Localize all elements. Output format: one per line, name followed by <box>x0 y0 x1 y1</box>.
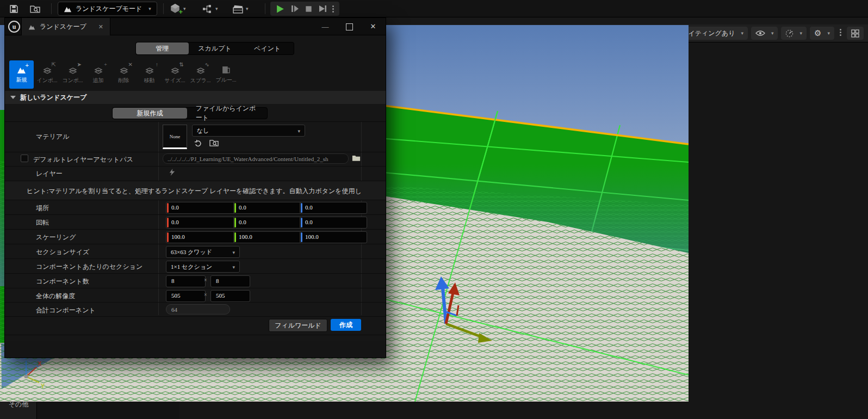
mountain-icon <box>64 5 72 13</box>
save-button[interactable] <box>5 2 22 16</box>
performance-dropdown[interactable] <box>781 27 807 40</box>
auto-fill-bolt-icon[interactable] <box>168 168 176 176</box>
manage-tools-row: + 新規 ⇱ インポ... ➤ コンポ... + 追加 ✕ 削除 ↑ 移動 ⇅ … <box>9 60 238 89</box>
overall-resolution-x-input[interactable]: 505 <box>166 290 206 302</box>
total-components-label: 合計コンポーネント <box>36 306 96 315</box>
minimize-button[interactable]: — <box>317 20 333 33</box>
view-mode-label: ライティングあり <box>681 29 735 38</box>
show-flags-dropdown[interactable] <box>751 27 778 40</box>
tab-paint[interactable]: ペイント <box>241 42 294 54</box>
tab-manage[interactable]: 管理 <box>136 42 189 54</box>
tool-move[interactable]: ↑ 移動 <box>137 60 162 89</box>
create-button[interactable]: 作成 <box>331 319 361 331</box>
location-z-input[interactable]: 0.0 <box>300 202 367 214</box>
layer-path-checkbox[interactable] <box>21 155 28 162</box>
sections-per-component-label: コンポーネントあたりのセクション <box>36 262 142 272</box>
scale-x-input[interactable]: 100.0 <box>166 231 237 243</box>
tool-delete[interactable]: ✕ 削除 <box>111 60 136 89</box>
main-toolbar: ランドスケープモード + <box>0 0 868 17</box>
tool-blueprint[interactable]: ブルー... <box>214 60 238 89</box>
gear-icon: ⚙ <box>814 28 821 38</box>
cinematics-dropdown[interactable] <box>233 2 249 16</box>
layer-path-label: デフォルトレイヤーアセットパス <box>33 155 133 164</box>
section-title: 新しいランドスケープ <box>20 93 86 102</box>
tab-import-from-file[interactable]: ファイルからインポート <box>187 108 267 119</box>
rotation-y-input[interactable]: 0.0 <box>233 217 302 229</box>
plus-badge-icon: + <box>178 8 183 16</box>
tool-component[interactable]: ➤ コンポ... <box>60 60 85 89</box>
dial-icon <box>785 29 793 38</box>
rotation-z-input[interactable]: 0.0 <box>300 217 367 229</box>
use-selected-asset-icon[interactable] <box>194 139 202 147</box>
component-count-x-input[interactable]: 8 <box>166 275 206 287</box>
toolbar-separator <box>265 3 265 14</box>
mode-label: ランドスケープモード <box>76 4 142 14</box>
overall-resolution-label: 全体の解像度 <box>36 292 75 301</box>
editor-mode-dropdown[interactable]: ランドスケープモード <box>58 2 157 16</box>
grid-layout-icon <box>851 29 859 38</box>
landscape-tab[interactable]: ランドスケープ ✕ <box>21 18 110 35</box>
tab-create-new[interactable]: 新規作成 <box>113 108 187 119</box>
browse-asset-icon[interactable] <box>209 139 219 147</box>
rotation-x-input[interactable]: 0.0 <box>166 217 237 229</box>
section-size-dropdown[interactable]: 63×63 クワッド <box>166 246 240 258</box>
layer-path-field[interactable]: ../../../../../PJ_Learning/UE_WaterAdvan… <box>163 153 349 164</box>
tool-splines[interactable]: ∿ スプラ... <box>188 60 213 89</box>
material-select[interactable]: なし <box>192 125 305 137</box>
play-options-menu-icon[interactable] <box>332 4 334 14</box>
add-actor-dropdown[interactable]: + <box>170 2 186 16</box>
window-titlebar[interactable]: u ランドスケープ ✕ — ✕ <box>5 18 386 35</box>
layout-maximize-button[interactable] <box>847 27 864 40</box>
tool-import[interactable]: ⇱ インポ... <box>35 60 59 89</box>
location-x-input[interactable]: 0.0 <box>166 202 237 214</box>
toolbar-separator <box>51 3 52 14</box>
rotation-label: 回転 <box>36 218 49 227</box>
tab-label: ランドスケープ <box>40 22 86 32</box>
blueprints-dropdown[interactable] <box>202 2 218 16</box>
sections-per-component-dropdown[interactable]: 1×1 セクション <box>166 261 240 273</box>
eye-icon <box>755 30 765 36</box>
tab-sculpt[interactable]: スカルプト <box>189 42 241 54</box>
scale-z-input[interactable]: 100.0 <box>300 231 367 243</box>
browse-content-button[interactable] <box>26 2 44 16</box>
tool-add[interactable]: + 追加 <box>86 60 110 89</box>
axis-y-label: Y <box>41 383 45 389</box>
folder-icon[interactable] <box>352 155 361 162</box>
plus-icon: + <box>25 61 29 70</box>
collapse-triangle-icon <box>10 96 16 99</box>
tool-new[interactable]: + 新規 <box>9 60 34 89</box>
toolbar-separator <box>163 3 164 14</box>
total-components-value: 64 <box>166 304 230 315</box>
advance-icon[interactable] <box>318 4 327 13</box>
create-import-tabs: 新規作成 ファイルからインポート <box>112 107 268 119</box>
save-icon <box>9 4 18 14</box>
clapperboard-icon <box>233 4 243 14</box>
fill-world-button[interactable]: フィルワールド <box>269 319 327 332</box>
viewport-settings-dropdown[interactable]: ⚙ <box>810 27 834 40</box>
overall-resolution-y-input[interactable]: 505 <box>210 290 250 302</box>
material-thumbnail[interactable]: None <box>163 125 187 149</box>
location-label: 場所 <box>36 204 49 213</box>
stop-icon[interactable] <box>305 5 313 13</box>
tab-close-icon[interactable]: ✕ <box>98 23 103 30</box>
blueprint-nodes-icon <box>202 4 213 14</box>
scale-y-input[interactable]: 100.0 <box>233 231 302 243</box>
play-icon[interactable] <box>276 4 285 14</box>
section-new-landscape[interactable]: 新しいランドスケープ <box>5 91 386 104</box>
kebab-menu-icon <box>840 28 841 37</box>
viewport-options-menu[interactable] <box>838 28 844 39</box>
section-size-label: セクションサイズ <box>36 248 89 257</box>
close-button[interactable]: ✕ <box>365 20 381 33</box>
material-label: マテリアル <box>36 132 69 141</box>
component-count-y-input[interactable]: 8 <box>210 275 250 287</box>
play-controls <box>270 2 339 16</box>
tool-resize[interactable]: ⇅ サイズ... <box>163 60 187 89</box>
layer-label: レイヤー <box>36 169 63 178</box>
unreal-logo-icon: u <box>8 21 20 33</box>
location-y-input[interactable]: 0.0 <box>233 202 302 214</box>
property-grid: 新規作成 ファイルからインポート マテリアル None なし デフォルトレイヤー… <box>5 104 386 341</box>
frame-skip-icon[interactable] <box>290 4 299 13</box>
maximize-icon <box>346 23 353 30</box>
landscape-mode-tabs: 管理 スカルプト ペイント <box>135 42 294 55</box>
maximize-button[interactable] <box>341 20 357 33</box>
